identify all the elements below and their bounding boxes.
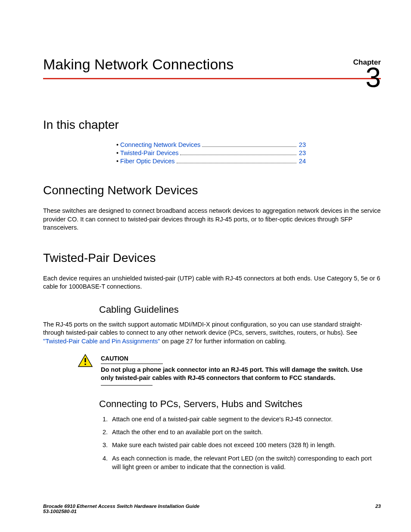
caution-icon bbox=[78, 354, 93, 369]
chapter-header: Chapter 3 Making Network Connections bbox=[43, 56, 381, 79]
body-cabling-guidelines: The RJ-45 ports on the switch support au… bbox=[43, 320, 381, 346]
caution-body: Do not plug a phone jack connector into … bbox=[101, 366, 377, 383]
step-item: Attach one end of a twisted-pair cable s… bbox=[109, 415, 381, 423]
heading-connecting-to-pcs: Connecting to PCs, Servers, Hubs and Swi… bbox=[99, 398, 381, 410]
heading-connecting-network-devices: Connecting Network Devices bbox=[43, 184, 381, 197]
step-item: Attach the other end to an available por… bbox=[109, 428, 381, 436]
body-connecting-network-devices: These switches are designed to connect b… bbox=[43, 207, 381, 232]
cross-reference-link[interactable]: "Twisted-Pair Cable and Pin Assignments" bbox=[43, 338, 160, 345]
caution-block: CAUTION Do not plug a phone jack connect… bbox=[78, 355, 381, 386]
toc-bullet: • bbox=[116, 158, 118, 165]
svg-rect-2 bbox=[84, 364, 86, 365]
toc-link[interactable]: Fiber Optic Devices bbox=[120, 158, 175, 165]
caution-label-rule: CAUTION bbox=[101, 355, 163, 364]
toc-entry[interactable]: • Connecting Network Devices 23 bbox=[116, 141, 306, 148]
heading-cabling-guidelines: Cabling Guidelines bbox=[99, 304, 381, 315]
caution-label: CAUTION bbox=[101, 355, 128, 362]
title-rule bbox=[43, 78, 381, 79]
text-after-link: on page 27 for further information on ca… bbox=[160, 338, 286, 345]
page-footer: Brocade 6910 Ethernet Access Switch Hard… bbox=[43, 504, 381, 514]
svg-rect-1 bbox=[84, 358, 86, 362]
toc-entry[interactable]: • Twisted-Pair Devices 23 bbox=[116, 149, 306, 156]
page-title: Making Network Connections bbox=[43, 56, 381, 73]
toc-page: 23 bbox=[299, 149, 306, 156]
toc-link[interactable]: Twisted-Pair Devices bbox=[120, 149, 178, 156]
text-before-link: The RJ-45 ports on the switch support au… bbox=[43, 321, 362, 336]
step-item: As each connection is made, the relevant… bbox=[109, 454, 381, 472]
toc-bullet: • bbox=[116, 141, 118, 148]
toc-entry[interactable]: • Fiber Optic Devices 24 bbox=[116, 158, 306, 165]
chapter-number: 3 bbox=[365, 64, 381, 91]
toc-link[interactable]: Connecting Network Devices bbox=[120, 141, 200, 148]
footer-doc-number: 53-1002580-01 bbox=[43, 509, 199, 514]
toc-leader bbox=[180, 155, 296, 155]
toc-page: 23 bbox=[299, 141, 306, 148]
body-twisted-pair-intro: Each device requires an unshielded twist… bbox=[43, 274, 381, 291]
procedure-steps: Attach one end of a twisted-pair cable s… bbox=[99, 415, 381, 471]
footer-doc-title: Brocade 6910 Ethernet Access Switch Hard… bbox=[43, 504, 199, 509]
heading-in-this-chapter: In this chapter bbox=[43, 118, 381, 132]
toc-leader bbox=[177, 163, 296, 163]
heading-twisted-pair-devices: Twisted-Pair Devices bbox=[43, 251, 381, 265]
toc-leader bbox=[202, 146, 296, 147]
step-item: Make sure each twisted pair cable does n… bbox=[109, 441, 381, 449]
caution-bottom-rule bbox=[101, 385, 153, 386]
toc-page: 24 bbox=[299, 158, 306, 165]
toc-bullet: • bbox=[116, 149, 118, 156]
footer-page-number: 23 bbox=[375, 504, 381, 514]
